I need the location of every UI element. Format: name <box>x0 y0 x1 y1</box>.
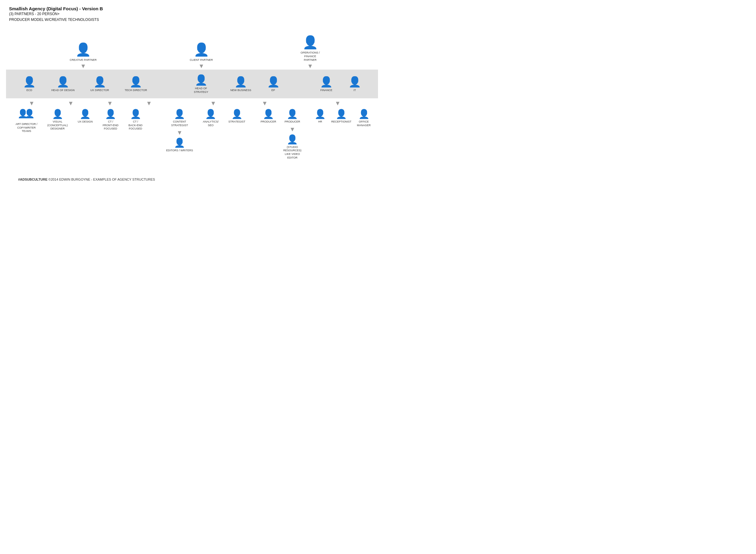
ep-node: 👤 EP <box>267 76 280 92</box>
arrow-ecd: ▼ <box>29 100 35 106</box>
art-director-teams-node: 👤 👤 ART DIRECTOR /COPYWRITERTEAMS <box>15 109 37 133</box>
header: Smallish Agency (Digital Focus) - Versio… <box>9 6 375 23</box>
new-business-node: 👤 NEW BUSINESS <box>231 76 251 92</box>
it-node: 👤 IT <box>349 76 361 92</box>
head-design-node: 👤 HEAD OF DESIGN <box>51 76 75 92</box>
page: Smallish Agency (Digital Focus) - Versio… <box>0 0 384 206</box>
strategist-label: STRATEGIST <box>228 120 245 124</box>
studio-resources-label: (STUDIORESOURCES)LIKE VIDEOEDITOR <box>284 146 302 160</box>
it-icon: 👤 <box>349 76 361 88</box>
tech-director-icon: 👤 <box>129 76 142 88</box>
content-strategist-icon: 👤 <box>174 109 185 119</box>
arrow-tech-director: ▼ <box>146 100 152 106</box>
header-sub2: PRODUCER MODEL W/CREATIVE TECHNOLOGISTS <box>9 17 375 23</box>
visual-designer-icon: 👤 <box>52 109 63 119</box>
visual-designer-node: 👤 VISUAL(CONCEPTUAL)DESIGNER <box>47 109 68 131</box>
office-manager-icon: 👤 <box>358 109 370 119</box>
arrow-head-design: ▼ <box>68 100 74 106</box>
arrow-ux-director: ▼ <box>107 100 113 106</box>
tech-director-label: TECH DIRECTOR <box>125 89 147 92</box>
head-design-label: HEAD OF DESIGN <box>51 89 75 92</box>
person-icon: 👤 <box>75 42 91 57</box>
arrow-content-strategist: ▼ <box>177 129 183 135</box>
ecd-label: ECD <box>26 89 32 92</box>
arrow-client: ▼ <box>198 63 204 69</box>
ct-frontend-label: CT /FRONT-ENDFOCUSED <box>103 120 119 131</box>
ct-backend-icon: 👤 <box>130 109 141 119</box>
arrow-head-strategy: ▼ <box>210 100 216 106</box>
office-manager-label: OFFICEMANAGER <box>357 120 371 127</box>
visual-designer-label: VISUAL(CONCEPTUAL)DESIGNER <box>47 120 68 131</box>
studio-resources-icon: 👤 <box>287 134 298 145</box>
producer2-icon: 👤 <box>287 109 298 119</box>
ops-partner-node: 👤 OPERATIONS / FINANCEPARTNER <box>297 35 324 62</box>
ux-director-node: 👤 UX DIRECTOR <box>90 76 109 92</box>
studio-resources-node: 👤 (STUDIORESOURCES)LIKE VIDEOEDITOR <box>284 134 302 160</box>
it-label: IT <box>354 89 356 92</box>
footer-hashtag: #ADSUBCULTURE <box>18 178 48 181</box>
analytics-seo-node: 👤 ANALYTICS/SEO <box>203 109 218 153</box>
arrow-creative: ▼ <box>80 63 86 69</box>
head-design-icon: 👤 <box>57 76 69 88</box>
arrow-producer2: ▼ <box>290 126 296 132</box>
client-partner-node: 👤 CLIENT PARTNER <box>190 42 213 62</box>
creative-partner-node: 👤 CREATIVE PARTNER <box>70 42 97 62</box>
ops-partner-label: OPERATIONS / FINANCEPARTNER <box>297 51 324 62</box>
analytics-seo-label: ANALYTICS/SEO <box>203 120 218 127</box>
header-sub1: (3) PARTNERS - 20 PERSON+ <box>9 11 375 17</box>
producer1-icon: 👤 <box>263 109 274 119</box>
finance-icon: 👤 <box>320 76 333 88</box>
office-manager-node: 👤 OFFICEMANAGER <box>357 109 371 127</box>
ux-design-node: 👤 UX DESIGN <box>78 109 93 124</box>
content-strategist-label: CONTENTSTRATEGIST <box>171 120 188 127</box>
producer1-label: PRODUCER <box>261 120 276 124</box>
content-strategist-node: 👤 CONTENTSTRATEGIST ▼ 👤 EDITORS / WRITER… <box>166 109 193 153</box>
receptionist-node: 👤 RECEPTIONIST <box>331 109 352 124</box>
footer-text: ©2014 EDWIN BURGOYNE - EXAMPLES OF AGENC… <box>48 178 155 181</box>
ux-design-icon: 👤 <box>79 109 91 119</box>
strategist-node: 👤 STRATEGIST <box>228 109 245 153</box>
art-director-teams-label: ART DIRECTOR /COPYWRITERTEAMS <box>15 122 37 133</box>
producer2-node: 👤 PRODUCER ▼ 👤 (STUDIORESOURCES)LIKE VID… <box>284 109 302 159</box>
ux-director-icon: 👤 <box>93 76 106 88</box>
new-business-icon: 👤 <box>234 76 247 88</box>
header-title: Smallish Agency (Digital Focus) - Versio… <box>9 6 375 11</box>
footer: #ADSUBCULTURE ©2014 EDWIN BURGOYNE - EXA… <box>18 178 384 181</box>
ep-icon: 👤 <box>267 76 280 88</box>
editors-writers-icon: 👤 <box>174 137 185 148</box>
ux-design-label: UX DESIGN <box>78 120 93 124</box>
finance-label: FINANCE <box>320 89 332 92</box>
hr-node: 👤 HR <box>314 109 326 124</box>
editors-writers-label: EDITORS / WRITERS <box>166 149 193 153</box>
analytics-seo-icon: 👤 <box>205 109 216 119</box>
producer1-node: 👤 PRODUCER <box>261 109 276 124</box>
person-icon: 👤 <box>194 42 209 57</box>
ct-frontend-icon: 👤 <box>105 109 116 119</box>
arrow-finance: ▼ <box>335 100 341 106</box>
ct-frontend-node: 👤 CT /FRONT-ENDFOCUSED <box>103 109 119 131</box>
managers-band: 👤 ECD 👤 HEAD OF DESIGN 👤 UX DIRECTOR 👤 T… <box>6 70 378 98</box>
ct-backend-label: CT /BACK-ENDFOCUSED <box>129 120 143 131</box>
hr-label: HR <box>318 120 322 124</box>
ecd-icon: 👤 <box>23 76 36 88</box>
person-icon: 👤 <box>302 35 318 50</box>
client-partner-label: CLIENT PARTNER <box>190 58 213 62</box>
head-strategy-label: HEAD OF STRATEGY <box>187 87 215 94</box>
receptionist-icon: 👤 <box>336 109 347 119</box>
arrow-ep: ▼ <box>262 100 268 106</box>
art-director-icon2: 👤 <box>24 109 35 119</box>
head-strategy-icon: 👤 <box>195 74 207 86</box>
finance-node: 👤 FINANCE <box>320 76 333 92</box>
ep-label: EP <box>271 89 275 92</box>
head-strategy-node: 👤 HEAD OF STRATEGY <box>187 74 215 94</box>
tech-director-node: 👤 TECH DIRECTOR <box>125 76 147 92</box>
hr-icon: 👤 <box>314 109 326 119</box>
editors-writers-node: 👤 EDITORS / WRITERS <box>166 137 193 153</box>
org-chart: 👤 CREATIVE PARTNER 👤 CLIENT PARTNER 👤 OP… <box>9 35 375 159</box>
ct-backend-node: 👤 CT /BACK-ENDFOCUSED <box>129 109 143 131</box>
receptionist-label: RECEPTIONIST <box>331 120 352 124</box>
strategist-icon: 👤 <box>231 109 243 119</box>
producer2-label: PRODUCER <box>285 120 300 124</box>
new-business-label: NEW BUSINESS <box>231 89 251 92</box>
arrow-ops: ▼ <box>307 63 313 69</box>
